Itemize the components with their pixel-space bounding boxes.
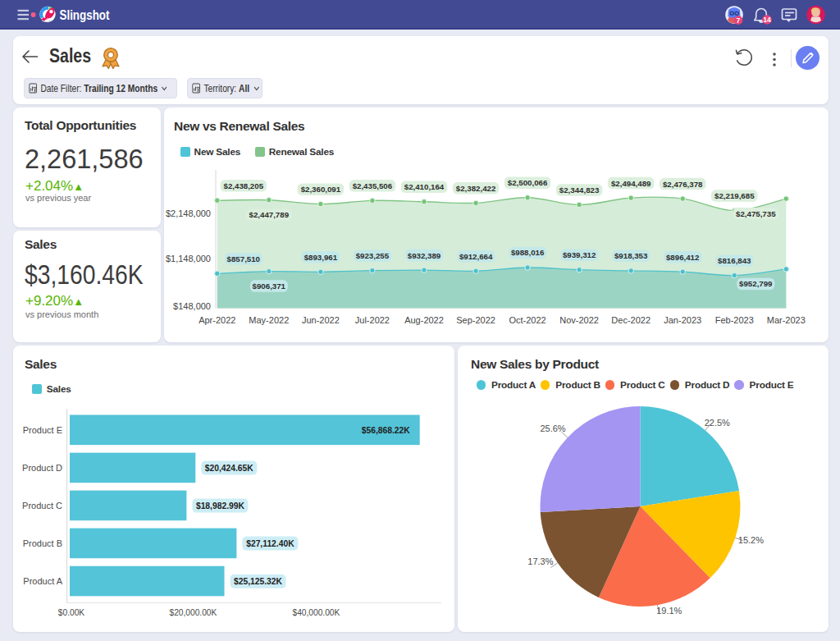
svg-text:$857,510: $857,510	[227, 254, 260, 263]
svg-text:$2,476,378: $2,476,378	[663, 180, 703, 189]
svg-text:15.2%: 15.2%	[738, 535, 764, 545]
svg-text:Jan-2023: Jan-2023	[664, 315, 701, 325]
svg-text:$0.00K: $0.00K	[58, 608, 84, 617]
svg-text:Product A: Product A	[23, 576, 62, 586]
svg-text:Dec-2022: Dec-2022	[611, 315, 651, 325]
svg-text:$20,424.65K: $20,424.65K	[205, 464, 254, 473]
svg-text:$2,219,685: $2,219,685	[714, 191, 755, 200]
svg-text:Jun-2022: Jun-2022	[302, 315, 340, 325]
svg-text:Product B: Product B	[23, 538, 62, 548]
svg-text:$896,412: $896,412	[666, 253, 699, 262]
svg-text:$918,353: $918,353	[614, 251, 648, 260]
svg-text:$18,982.99K: $18,982.99K	[196, 501, 245, 511]
svg-text:$40,000.00K: $40,000.00K	[293, 608, 340, 617]
svg-text:Product D: Product D	[22, 463, 62, 473]
svg-text:$939,312: $939,312	[563, 250, 596, 259]
svg-text:Oct-2022: Oct-2022	[509, 315, 546, 325]
svg-text:$1,148,000: $1,148,000	[166, 254, 211, 263]
svg-text:Jul-2022: Jul-2022	[355, 315, 390, 325]
svg-text:$923,255: $923,255	[356, 251, 390, 260]
svg-text:$893,961: $893,961	[304, 253, 338, 262]
svg-text:$20,000.00K: $20,000.00K	[170, 608, 217, 617]
svg-text:$988,016: $988,016	[511, 248, 545, 257]
svg-text:$906,371: $906,371	[253, 282, 286, 291]
svg-text:14: 14	[763, 16, 771, 24]
svg-text:$912,664: $912,664	[459, 252, 493, 261]
svg-text:Aug-2022: Aug-2022	[404, 315, 444, 325]
svg-text:$2,435,506: $2,435,506	[353, 181, 393, 190]
svg-text:7: 7	[737, 16, 741, 25]
svg-text:$148,000: $148,000	[173, 301, 211, 311]
svg-text:22.5%: 22.5%	[705, 418, 730, 428]
svg-text:$2,475,735: $2,475,735	[736, 209, 776, 218]
svg-text:Product E: Product E	[23, 425, 62, 435]
svg-text:$2,500,066: $2,500,066	[508, 178, 548, 187]
svg-text:$56,868.22K: $56,868.22K	[362, 426, 411, 435]
svg-text:$2,410,164: $2,410,164	[404, 182, 445, 191]
svg-text:25.6%: 25.6%	[540, 424, 565, 433]
svg-text:$25,125.32K: $25,125.32K	[234, 577, 283, 586]
svg-text:Mar-2023: Mar-2023	[767, 315, 806, 325]
svg-text:$932,389: $932,389	[408, 251, 441, 260]
svg-text:Apr-2022: Apr-2022	[199, 315, 235, 325]
svg-text:$2,494,489: $2,494,489	[611, 179, 651, 188]
svg-text:$2,148,000: $2,148,000	[166, 208, 211, 218]
svg-text:$816,843: $816,843	[718, 256, 751, 265]
svg-text:$2,360,091: $2,360,091	[301, 185, 341, 194]
svg-text:May-2022: May-2022	[249, 315, 289, 325]
svg-text:Product C: Product C	[22, 501, 62, 511]
svg-text:$2,344,823: $2,344,823	[559, 185, 600, 195]
svg-text:Nov-2022: Nov-2022	[559, 315, 599, 325]
svg-text:19.1%: 19.1%	[656, 606, 682, 616]
svg-text:Sep-2022: Sep-2022	[456, 315, 495, 325]
svg-text:Slingshot: Slingshot	[60, 7, 110, 22]
svg-text:Feb-2023: Feb-2023	[715, 315, 754, 325]
svg-text:17.3%: 17.3%	[527, 556, 553, 566]
svg-text:$27,112.40K: $27,112.40K	[246, 539, 294, 548]
svg-text:$2,438,205: $2,438,205	[224, 181, 264, 190]
svg-text:$952,799: $952,799	[739, 279, 773, 288]
svg-text:$2,382,422: $2,382,422	[456, 184, 496, 193]
svg-text:$2,447,789: $2,447,789	[249, 210, 290, 219]
